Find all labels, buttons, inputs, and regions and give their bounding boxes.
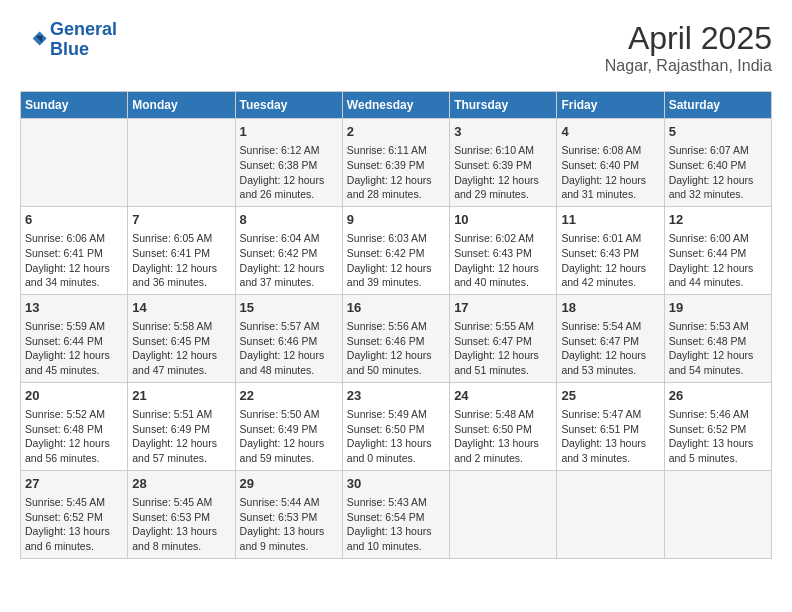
day-cell: 19Sunrise: 5:53 AMSunset: 6:48 PMDayligh…: [664, 294, 771, 382]
day-cell: 6Sunrise: 6:06 AMSunset: 6:41 PMDaylight…: [21, 206, 128, 294]
header-sunday: Sunday: [21, 92, 128, 119]
day-info: Sunrise: 5:43 AMSunset: 6:54 PMDaylight:…: [347, 495, 445, 554]
day-number: 24: [454, 387, 552, 405]
day-cell: 16Sunrise: 5:56 AMSunset: 6:46 PMDayligh…: [342, 294, 449, 382]
day-cell: 11Sunrise: 6:01 AMSunset: 6:43 PMDayligh…: [557, 206, 664, 294]
logo-line1: General: [50, 19, 117, 39]
day-cell: 5Sunrise: 6:07 AMSunset: 6:40 PMDaylight…: [664, 119, 771, 207]
day-number: 10: [454, 211, 552, 229]
day-number: 22: [240, 387, 338, 405]
day-number: 25: [561, 387, 659, 405]
day-info: Sunrise: 5:47 AMSunset: 6:51 PMDaylight:…: [561, 407, 659, 466]
week-row-3: 13Sunrise: 5:59 AMSunset: 6:44 PMDayligh…: [21, 294, 772, 382]
day-cell: 28Sunrise: 5:45 AMSunset: 6:53 PMDayligh…: [128, 470, 235, 558]
day-info: Sunrise: 5:45 AMSunset: 6:52 PMDaylight:…: [25, 495, 123, 554]
day-info: Sunrise: 5:44 AMSunset: 6:53 PMDaylight:…: [240, 495, 338, 554]
day-info: Sunrise: 5:54 AMSunset: 6:47 PMDaylight:…: [561, 319, 659, 378]
calendar-table: SundayMondayTuesdayWednesdayThursdayFrid…: [20, 91, 772, 559]
day-info: Sunrise: 5:50 AMSunset: 6:49 PMDaylight:…: [240, 407, 338, 466]
day-info: Sunrise: 5:52 AMSunset: 6:48 PMDaylight:…: [25, 407, 123, 466]
day-info: Sunrise: 6:05 AMSunset: 6:41 PMDaylight:…: [132, 231, 230, 290]
day-info: Sunrise: 5:49 AMSunset: 6:50 PMDaylight:…: [347, 407, 445, 466]
day-info: Sunrise: 6:08 AMSunset: 6:40 PMDaylight:…: [561, 143, 659, 202]
day-cell: 21Sunrise: 5:51 AMSunset: 6:49 PMDayligh…: [128, 382, 235, 470]
week-row-5: 27Sunrise: 5:45 AMSunset: 6:52 PMDayligh…: [21, 470, 772, 558]
day-number: 6: [25, 211, 123, 229]
day-info: Sunrise: 6:07 AMSunset: 6:40 PMDaylight:…: [669, 143, 767, 202]
page-subtitle: Nagar, Rajasthan, India: [605, 57, 772, 75]
day-number: 18: [561, 299, 659, 317]
day-number: 14: [132, 299, 230, 317]
day-cell: 8Sunrise: 6:04 AMSunset: 6:42 PMDaylight…: [235, 206, 342, 294]
day-info: Sunrise: 6:01 AMSunset: 6:43 PMDaylight:…: [561, 231, 659, 290]
day-info: Sunrise: 5:58 AMSunset: 6:45 PMDaylight:…: [132, 319, 230, 378]
day-cell: 7Sunrise: 6:05 AMSunset: 6:41 PMDaylight…: [128, 206, 235, 294]
day-cell: 2Sunrise: 6:11 AMSunset: 6:39 PMDaylight…: [342, 119, 449, 207]
day-cell: 9Sunrise: 6:03 AMSunset: 6:42 PMDaylight…: [342, 206, 449, 294]
day-number: 20: [25, 387, 123, 405]
day-cell: 22Sunrise: 5:50 AMSunset: 6:49 PMDayligh…: [235, 382, 342, 470]
page-title: April 2025: [605, 20, 772, 57]
day-cell: 27Sunrise: 5:45 AMSunset: 6:52 PMDayligh…: [21, 470, 128, 558]
day-number: 12: [669, 211, 767, 229]
day-cell: 18Sunrise: 5:54 AMSunset: 6:47 PMDayligh…: [557, 294, 664, 382]
day-cell: 26Sunrise: 5:46 AMSunset: 6:52 PMDayligh…: [664, 382, 771, 470]
day-info: Sunrise: 5:56 AMSunset: 6:46 PMDaylight:…: [347, 319, 445, 378]
day-info: Sunrise: 5:46 AMSunset: 6:52 PMDaylight:…: [669, 407, 767, 466]
day-cell: 29Sunrise: 5:44 AMSunset: 6:53 PMDayligh…: [235, 470, 342, 558]
header-thursday: Thursday: [450, 92, 557, 119]
day-number: 26: [669, 387, 767, 405]
day-number: 3: [454, 123, 552, 141]
logo-icon: [20, 26, 48, 54]
week-row-4: 20Sunrise: 5:52 AMSunset: 6:48 PMDayligh…: [21, 382, 772, 470]
day-cell: 10Sunrise: 6:02 AMSunset: 6:43 PMDayligh…: [450, 206, 557, 294]
day-cell: 4Sunrise: 6:08 AMSunset: 6:40 PMDaylight…: [557, 119, 664, 207]
header-wednesday: Wednesday: [342, 92, 449, 119]
day-number: 29: [240, 475, 338, 493]
day-info: Sunrise: 5:55 AMSunset: 6:47 PMDaylight:…: [454, 319, 552, 378]
logo: General Blue: [20, 20, 117, 60]
week-row-2: 6Sunrise: 6:06 AMSunset: 6:41 PMDaylight…: [21, 206, 772, 294]
day-number: 30: [347, 475, 445, 493]
page-header: General Blue April 2025 Nagar, Rajasthan…: [20, 20, 772, 75]
day-info: Sunrise: 5:51 AMSunset: 6:49 PMDaylight:…: [132, 407, 230, 466]
day-info: Sunrise: 6:10 AMSunset: 6:39 PMDaylight:…: [454, 143, 552, 202]
logo-line2: Blue: [50, 39, 89, 59]
day-cell: 13Sunrise: 5:59 AMSunset: 6:44 PMDayligh…: [21, 294, 128, 382]
day-number: 8: [240, 211, 338, 229]
day-info: Sunrise: 6:12 AMSunset: 6:38 PMDaylight:…: [240, 143, 338, 202]
day-number: 9: [347, 211, 445, 229]
day-number: 1: [240, 123, 338, 141]
day-info: Sunrise: 5:45 AMSunset: 6:53 PMDaylight:…: [132, 495, 230, 554]
logo-text: General Blue: [50, 20, 117, 60]
day-number: 2: [347, 123, 445, 141]
day-info: Sunrise: 6:11 AMSunset: 6:39 PMDaylight:…: [347, 143, 445, 202]
day-info: Sunrise: 6:04 AMSunset: 6:42 PMDaylight:…: [240, 231, 338, 290]
day-number: 19: [669, 299, 767, 317]
day-number: 15: [240, 299, 338, 317]
week-row-1: 1Sunrise: 6:12 AMSunset: 6:38 PMDaylight…: [21, 119, 772, 207]
day-cell: 15Sunrise: 5:57 AMSunset: 6:46 PMDayligh…: [235, 294, 342, 382]
day-info: Sunrise: 5:53 AMSunset: 6:48 PMDaylight:…: [669, 319, 767, 378]
day-cell: 12Sunrise: 6:00 AMSunset: 6:44 PMDayligh…: [664, 206, 771, 294]
header-saturday: Saturday: [664, 92, 771, 119]
header-tuesday: Tuesday: [235, 92, 342, 119]
day-info: Sunrise: 5:59 AMSunset: 6:44 PMDaylight:…: [25, 319, 123, 378]
calendar-header-row: SundayMondayTuesdayWednesdayThursdayFrid…: [21, 92, 772, 119]
day-info: Sunrise: 6:06 AMSunset: 6:41 PMDaylight:…: [25, 231, 123, 290]
day-number: 4: [561, 123, 659, 141]
day-cell: [128, 119, 235, 207]
day-cell: 25Sunrise: 5:47 AMSunset: 6:51 PMDayligh…: [557, 382, 664, 470]
day-cell: [450, 470, 557, 558]
day-number: 21: [132, 387, 230, 405]
day-number: 23: [347, 387, 445, 405]
day-number: 5: [669, 123, 767, 141]
day-number: 11: [561, 211, 659, 229]
day-info: Sunrise: 6:00 AMSunset: 6:44 PMDaylight:…: [669, 231, 767, 290]
day-cell: 24Sunrise: 5:48 AMSunset: 6:50 PMDayligh…: [450, 382, 557, 470]
day-cell: [557, 470, 664, 558]
day-cell: 14Sunrise: 5:58 AMSunset: 6:45 PMDayligh…: [128, 294, 235, 382]
day-cell: 1Sunrise: 6:12 AMSunset: 6:38 PMDaylight…: [235, 119, 342, 207]
day-cell: [664, 470, 771, 558]
day-number: 16: [347, 299, 445, 317]
